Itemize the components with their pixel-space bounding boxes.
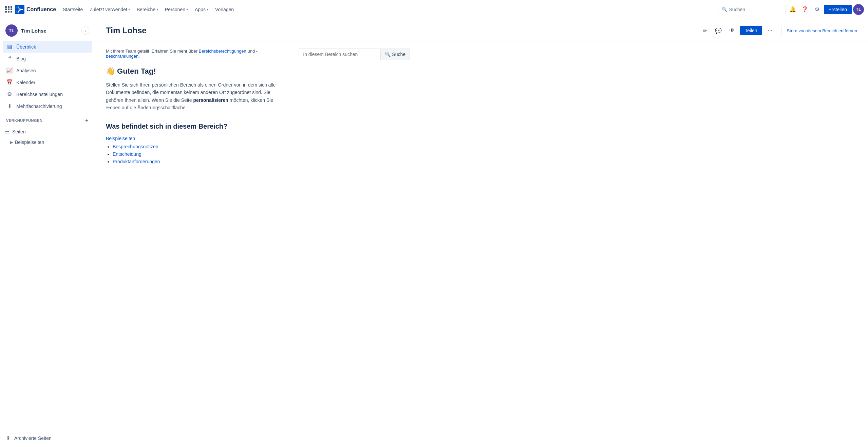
nav-vorlagen[interactable]: Vorlagen	[212, 5, 237, 14]
apps-grid-icon[interactable]	[4, 5, 14, 14]
edit-button[interactable]: ✏	[699, 25, 710, 36]
sidebar-item-archivierte-seiten[interactable]: 🗄 Archivierte Seiten	[3, 433, 92, 444]
sidebar-item-analysen[interactable]: 📈 Analysen	[3, 64, 92, 76]
list-item-link[interactable]: Besprechungsnotizen	[113, 144, 158, 149]
page-body: Mit Ihrem Team geteilt. Erfahren Sie meh…	[95, 40, 421, 174]
nav-bereiche[interactable]: Bereiche ▾	[134, 5, 161, 14]
archive-bottom-icon: 🗄	[6, 435, 11, 441]
more-options-button[interactable]: ···	[765, 25, 776, 36]
personalisieren-bold: personalisieren	[193, 97, 228, 103]
sidebar-item-label: Bereichseinstellungen	[16, 92, 63, 97]
sidebar-item-label: Mehrfacharchivierung	[16, 104, 62, 109]
sidebar-item-ueberblick[interactable]: ▤ Überblick	[3, 41, 92, 53]
search-btn-icon: 🔍	[385, 52, 391, 57]
sidebar-item-mehrfacharchivierung[interactable]: ⬇ Mehrfacharchivierung	[3, 100, 92, 112]
page-content-with-search: Mit Ihrem Team geteilt. Erfahren Sie meh…	[106, 49, 410, 166]
page-title: Tim Lohse	[106, 26, 699, 35]
sidebar-bottom-label: Archivierte Seiten	[14, 435, 52, 441]
page-main-content: Mit Ihrem Team geteilt. Erfahren Sie meh…	[106, 49, 288, 166]
sidebar-item-label: Kalender	[16, 80, 35, 85]
sidebar-header: TL Tim Lohse ‹	[0, 19, 95, 41]
user-avatar[interactable]: TL	[853, 4, 864, 15]
pages-more-icon[interactable]: ···	[74, 128, 82, 136]
add-link-icon[interactable]: +	[85, 117, 89, 124]
sidebar-item-bereichseinstellungen[interactable]: ⚙ Bereichseinstellungen	[3, 88, 92, 100]
greeting-heading: 👋 Guten Tag!	[106, 67, 288, 76]
description-text: Stellen Sie sich Ihren persönlichen Bere…	[106, 81, 288, 112]
sidebar-section-verknuepfungen: VERKNÜPFUNGEN +	[0, 112, 95, 126]
beispielseiten-link[interactable]: Beispielseiten	[106, 136, 288, 141]
svg-rect-0	[15, 5, 24, 14]
chevron-down-icon: ▾	[207, 7, 208, 11]
pages-icon: ☰	[3, 129, 10, 135]
sidebar-item-blog[interactable]: ❝ Blog +	[3, 53, 92, 64]
sidebar-bottom: 🗄 Archivierte Seiten	[0, 429, 95, 447]
settings-icon: ⚙	[6, 91, 13, 97]
main-layout: TL Tim Lohse ‹ ▤ Überblick ❝ Blog + 📈 An…	[0, 19, 868, 447]
sidebar-pages-row[interactable]: ☰ Seiten ··· +	[0, 126, 95, 138]
section-search-button[interactable]: 🔍 Suche	[380, 49, 410, 60]
sidebar-user-name: Tim Lohse	[21, 28, 78, 34]
logo-text: Confluence	[26, 6, 56, 13]
confluence-logo[interactable]: Confluence	[15, 5, 56, 14]
tree-chevron-icon: ▶	[10, 140, 13, 145]
list-item-link[interactable]: Entscheidung	[113, 151, 141, 157]
list-item: Entscheidung	[113, 151, 288, 157]
notifications-icon[interactable]: 🔔	[787, 4, 798, 15]
list-item-link[interactable]: Produktanforderungen	[113, 159, 160, 164]
example-list: Besprechungsnotizen Entscheidung Produkt…	[106, 144, 288, 164]
help-icon[interactable]: ❓	[799, 4, 810, 15]
page-actions: ✏ 💬 👁 Teilen ··· Stern von diesem Bereic…	[699, 25, 857, 36]
search-placeholder: Suchen	[729, 7, 745, 12]
list-item: Produktanforderungen	[113, 159, 288, 164]
nav-personen[interactable]: Personen ▾	[162, 5, 191, 14]
create-button[interactable]: Erstellen	[824, 5, 852, 14]
section-search-input[interactable]	[299, 49, 380, 60]
edit-inline-icon: ✏	[106, 105, 110, 110]
calendar-icon: 📅	[6, 79, 13, 86]
chevron-down-icon: ▾	[186, 7, 188, 11]
tree-item-label: Beispielseiten	[15, 139, 44, 145]
sidebar-item-kalender[interactable]: 📅 Kalender	[3, 76, 92, 88]
nav-zuletzt-verwendet[interactable]: Zuletzt verwendet ▾	[87, 5, 133, 14]
sidebar-item-label: Blog	[16, 56, 26, 61]
overview-icon: ▤	[6, 43, 13, 50]
sidebar-item-label: Überblick	[16, 44, 36, 50]
sidebar-navigation: ▤ Überblick ❝ Blog + 📈 Analysen 📅 Kalend…	[0, 41, 95, 112]
star-action[interactable]: Stern von diesem Bereich entfernen	[781, 26, 857, 35]
what-section-title: Was befindet sich in diesem Bereich?	[106, 123, 288, 130]
sidebar-tree-beispielseiten[interactable]: ▶ Beispielseiten	[0, 138, 95, 147]
top-navigation: Confluence Startseite Zuletzt verwendet …	[0, 0, 868, 19]
blog-icon: ❝	[6, 55, 13, 62]
global-search[interactable]: 🔍 Suchen	[718, 5, 786, 14]
sidebar-user-avatar: TL	[5, 24, 18, 37]
list-item: Besprechungsnotizen	[113, 144, 288, 149]
archive-icon: ⬇	[6, 103, 13, 109]
settings-icon[interactable]: ⚙	[812, 4, 823, 15]
sidebar-collapse-button[interactable]: ‹	[81, 26, 89, 35]
nav-startseite[interactable]: Startseite	[60, 5, 86, 14]
page-search-panel: 🔍 Suche	[299, 49, 410, 166]
sidebar: TL Tim Lohse ‹ ▤ Überblick ❝ Blog + 📈 An…	[0, 19, 95, 447]
pages-label: Seiten	[12, 129, 72, 134]
content-area: Tim Lohse ✏ 💬 👁 Teilen ··· Stern von die…	[95, 19, 868, 447]
page-header: Tim Lohse ✏ 💬 👁 Teilen ··· Stern von die…	[95, 19, 868, 40]
pages-add-icon[interactable]: +	[83, 128, 91, 136]
analytics-icon: 📈	[6, 67, 13, 74]
comment-button[interactable]: 💬	[713, 25, 724, 36]
bereichsberechtigungen-link[interactable]: Bereichsberechtigungen	[199, 49, 246, 54]
chevron-down-icon: ▾	[156, 7, 158, 11]
share-button[interactable]: Teilen	[740, 26, 762, 35]
section-search-box: 🔍 Suche	[299, 49, 410, 60]
watch-button[interactable]: 👁	[727, 25, 737, 36]
chevron-down-icon: ▾	[128, 7, 130, 11]
sidebar-item-label: Analysen	[16, 68, 36, 73]
search-icon: 🔍	[722, 7, 727, 12]
nav-apps[interactable]: Apps ▾	[192, 5, 211, 14]
info-banner: Mit Ihrem Team geteilt. Erfahren Sie meh…	[106, 49, 288, 59]
search-btn-label: Suche	[392, 52, 405, 57]
